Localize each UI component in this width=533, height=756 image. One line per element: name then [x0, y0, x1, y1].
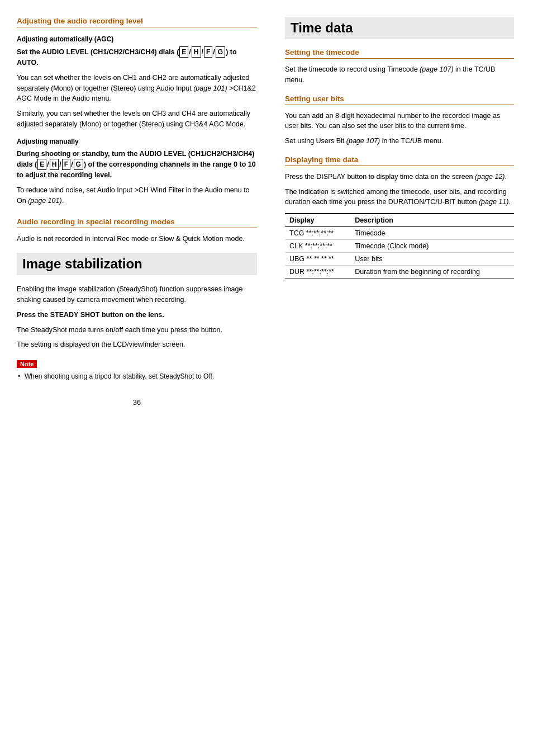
- table-cell-description: User bits: [350, 253, 514, 266]
- table-row: TCG **:**:**:**Timecode: [285, 227, 514, 240]
- audio-level-title: Adjusting the audio recording level: [17, 17, 257, 27]
- steady-shot-para2: The setting is displayed on the LCD/view…: [17, 339, 257, 350]
- table-cell-display: UBG ** ** ** **: [285, 253, 350, 266]
- table-row: DUR **:**:**:**Duration from the beginni…: [285, 266, 514, 278]
- time-data-table: Display Description TCG **:**:**:**Timec…: [285, 213, 514, 278]
- dial-e: E: [179, 46, 188, 58]
- agc-heading: Adjusting automatically (AGC): [17, 35, 257, 43]
- audio-level-section: Adjusting the audio recording level Adju…: [17, 17, 257, 206]
- dial-f2: F: [62, 159, 70, 170]
- note-section: Note When shooting using a tripod for st…: [17, 355, 257, 381]
- special-recording-para: Audio is not recorded in Interval Rec mo…: [17, 234, 257, 244]
- display-time-para1: Press the DISPLAY button to display time…: [285, 172, 514, 182]
- right-column: Time data Setting the timecode Set the t…: [274, 17, 514, 739]
- display-time-subsection: Displaying time data Press the DISPLAY b…: [285, 155, 514, 278]
- table-cell-display: TCG **:**:**:**: [285, 227, 350, 240]
- agc-bold-para: Set the AUDIO LEVEL (CH1/CH2/CH3/CH4) di…: [17, 46, 257, 68]
- timecode-para: Set the timecode to record using Timecod…: [285, 64, 514, 86]
- left-column: Adjusting the audio recording level Adju…: [17, 17, 274, 739]
- agc-subsection: Adjusting automatically (AGC) Set the AU…: [17, 35, 257, 130]
- note-item-1: When shooting using a tripod for stabili…: [17, 371, 257, 381]
- table-cell-description: Timecode: [350, 227, 514, 240]
- page-number: 36: [17, 398, 257, 407]
- special-recording-title: Audio recording in special recording mod…: [17, 218, 257, 228]
- user-bits-heading: Setting user bits: [285, 94, 514, 105]
- agc-para2: Similarly, you can set whether the level…: [17, 108, 257, 130]
- image-stab-para1: Enabling the image stabilization (Steady…: [17, 284, 257, 305]
- dial-h: H: [192, 46, 201, 58]
- note-label: Note: [17, 360, 37, 368]
- display-time-heading: Displaying time data: [285, 155, 514, 166]
- manual-subsection: Adjusting manually During shooting or st…: [17, 138, 257, 206]
- table-cell-display: CLK **:**:**:**: [285, 240, 350, 253]
- user-bits-para2: Set using Users Bit (page 107) in the TC…: [285, 136, 514, 147]
- table-cell-description: Timecode (Clock mode): [350, 240, 514, 253]
- special-recording-section: Audio recording in special recording mod…: [17, 218, 257, 244]
- dial-g2: G: [74, 159, 83, 170]
- user-bits-para1: You can add an 8-digit hexadecimal numbe…: [285, 111, 514, 132]
- agc-para1: You can set whether the levels on CH1 an…: [17, 73, 257, 104]
- timecode-subsection: Setting the timecode Set the timecode to…: [285, 48, 514, 86]
- table-row: UBG ** ** ** **User bits: [285, 253, 514, 266]
- image-stabilization-section: Image stabilization Enabling the image s…: [17, 253, 257, 381]
- table-cell-description: Duration from the beginning of recording: [350, 266, 514, 278]
- steady-shot-heading: Press the STEADY SHOT button on the lens…: [17, 310, 257, 320]
- manual-bold-para: During shooting or standby, turn the AUD…: [17, 149, 257, 181]
- image-stabilization-title: Image stabilization: [17, 253, 257, 275]
- page: Adjusting the audio recording level Adju…: [0, 0, 533, 756]
- table-row: CLK **:**:**:**Timecode (Clock mode): [285, 240, 514, 253]
- dial-e2: E: [37, 159, 46, 170]
- display-time-para2: The indication is switched among the tim…: [285, 187, 514, 208]
- timecode-heading: Setting the timecode: [285, 48, 514, 59]
- note-list: When shooting using a tripod for stabili…: [17, 371, 257, 381]
- steady-shot-subsection: Press the STEADY SHOT button on the lens…: [17, 310, 257, 350]
- dial-g: G: [216, 46, 225, 58]
- manual-heading: Adjusting manually: [17, 138, 257, 145]
- dial-f: F: [204, 46, 212, 58]
- table-cell-display: DUR **:**:**:**: [285, 266, 350, 278]
- time-data-title: Time data: [285, 17, 514, 39]
- manual-para: To reduce wind noise, set Audio Input >C…: [17, 185, 257, 206]
- steady-shot-para1: The SteadyShot mode turns on/off each ti…: [17, 325, 257, 336]
- table-header-row: Display Description: [285, 214, 514, 227]
- user-bits-subsection: Setting user bits You can add an 8-digit…: [285, 94, 514, 147]
- table-header-display: Display: [285, 214, 350, 227]
- dial-h2: H: [50, 159, 59, 170]
- table-header-description: Description: [350, 214, 514, 227]
- agc-bold-text1: Set the AUDIO LEVEL (CH1/CH2/CH3/CH4) di…: [17, 48, 179, 56]
